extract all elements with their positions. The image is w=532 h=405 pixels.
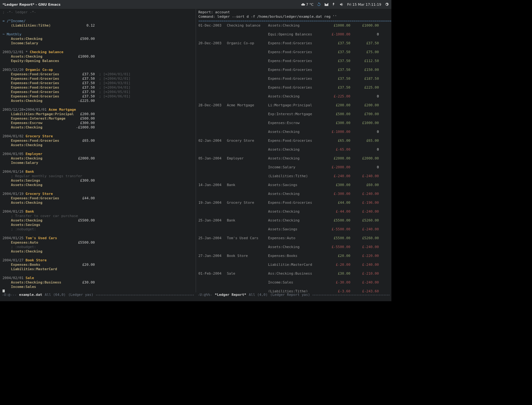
report-row: Assets:Checking£-225.000 [199,94,389,99]
titlebar: *Ledger Report* - GNU Emacs 7 °C Fri 15 … [0,0,391,9]
report-row: 25-Jan-2004BankAssets:Checking£5500.00£5… [199,218,389,223]
report-row: Income:Sales£-30.00£-240.00 [199,280,389,285]
report-row: Expens:Food:Groceries£37.50£187.50 [199,77,389,81]
report-row: Exp:Interest:Mortgage£500.00£700.00 [199,112,389,116]
ml-fill [96,295,194,295]
minibuffer[interactable] [0,297,391,301]
report-row: Income:Salary£-2000.000 [199,165,389,170]
report-row: Expenses:Escrow£300.00£1000.00 [199,121,389,125]
report-row: (Liabilities:Tithe)£-3.60£-243.60 [199,289,389,292]
ledger-source-buffer[interactable]: ; -*- ledger -*- = /^Income/ (Liabilitie… [0,9,196,292]
report-row: 05-Jan-2004EmployerAssets:Checking£2000.… [199,156,389,161]
report-row: 20-Dec-2003Organic Co-opExpens:Food:Groc… [199,41,389,46]
report-row: Expens:Food:Groceries£37.50£75.00 [199,50,389,54]
report-row: Equi:Opening Balances£-1000.000 [199,32,389,37]
report-row: Assets:Savings£-5500.00£-240.00 [199,227,389,232]
emacs-frame: *Ledger Report* - GNU Emacs 7 °C Fri 15 … [0,0,391,301]
modeline-right[interactable]: -U:@%%- *Ledger Report* All (4,0) (Ledge… [196,292,391,297]
modelines: -U:@--- example.dat All (64,0) (Ledger y… [0,292,391,297]
ml-status: -U:@--- [2,293,16,297]
report-row: 28-Dec-2003Acme MortgageLi:Mortgage:Prin… [199,103,389,108]
volume-icon[interactable] [339,2,344,7]
report-row: 01-Feb-2004SaleAss:Checking:Business£30.… [199,271,389,276]
report-row: Expens:Food:Groceries£37.50£150.00 [199,68,389,72]
report-row: Assets:Checking£-5500.00£-240.00 [199,245,389,249]
ml-position: All (4,0) [249,293,268,297]
report-row: Liabilitie:MasterCard£-20.00£-240.00 [199,263,389,267]
report-row: 01-Dec-2003Checking balanceAssets:Checki… [199,23,389,28]
settings-icon[interactable] [384,2,389,7]
report-row: 19-Jan-2004Grocery StoreExpens:Food:Groc… [199,201,389,205]
ml-mode: (Ledger yas) [68,293,93,297]
report-row: (Liabilities:Tithe)£-240.00£-240.00 [199,174,389,178]
modeline-left[interactable]: -U:@--- example.dat All (64,0) (Ledger y… [0,292,196,297]
network-icon[interactable] [332,2,336,7]
ml-status: -U:@%%- [198,293,212,297]
weather-widget[interactable]: 7 °C [301,2,314,7]
report-row: 25-Jan-2004Tom's Used CarsExpenses:Auto£… [199,236,389,240]
report-row: Assets:Checking£-65.000 [199,147,389,152]
report-row: Expens:Food:Groceries£37.50£112.50 [199,59,389,63]
clock: Fri 15 Mar 17:11:19 [347,3,381,7]
report-row: 27-Jan-2004Book StoreExpenses:Books£20.0… [199,254,389,258]
window-title: *Ledger Report* - GNU Emacs [3,3,60,7]
ledger-report-buffer[interactable]: Report: account Command: ledger --sort d… [196,9,392,292]
weather-temp: 7 °C [306,3,314,7]
ml-mode: (Ledger Report yas) [270,293,310,297]
report-row: 14-Jan-2004BankAssets:Savings£300.00£60.… [199,183,389,187]
mail-icon[interactable] [324,2,329,7]
cloud-icon [301,2,305,7]
refresh-icon[interactable] [317,2,321,7]
report-row: Expens:Food:Groceries£37.50£225.00 [199,85,389,90]
ml-fill [313,295,390,295]
system-tray: 7 °C Fri 15 Mar 17:11:19 [301,2,389,7]
report-row: Assets:Checking£-44.00£-240.00 [199,209,389,214]
report-row: Assets:Checking£-300.00£-240.00 [199,192,389,196]
report-row: Assets:Checking£-1000.000 [199,130,389,134]
report-row: 02-Jan-2004Grocery StoreExpens:Food:Groc… [199,139,389,143]
ml-position: All (64,0) [45,293,66,297]
ml-buffer-name: example.dat [19,293,42,297]
ml-buffer-name: *Ledger Report* [215,293,246,297]
